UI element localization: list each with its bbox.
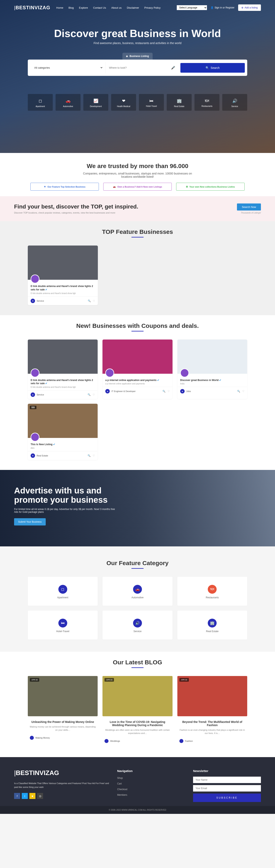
nav-explore[interactable]: Explore — [79, 6, 88, 9]
listing-desc: D link double antenna and Havel's brand … — [31, 386, 95, 388]
facebook-icon[interactable]: f — [14, 793, 20, 799]
fc-card-apartment[interactable]: ◻Apartment — [28, 577, 98, 606]
listing-image — [102, 340, 172, 374]
site-logo[interactable]: |BESTINVIZAG — [14, 5, 50, 10]
newsletter-email-input[interactable] — [193, 785, 261, 792]
favorite-icon[interactable]: ♡ — [93, 393, 95, 396]
fc-card-service[interactable]: 🔊Service — [102, 611, 172, 640]
hero-cat-health medical[interactable]: ❤Health Medical — [111, 94, 136, 111]
newsletter-name-input[interactable] — [193, 777, 261, 783]
trust-boxes: ★Our Feature Top Selection Business 🚗Own… — [4, 183, 271, 191]
price-tag: $$$ — [30, 406, 36, 409]
user-icon: 👤 — [211, 6, 214, 9]
listing-footer: ●IT Engineer & Developer🔍♡ — [102, 387, 172, 396]
listing-avatar — [105, 369, 114, 377]
listing-footer: ●Jobs🔍♡ — [177, 387, 247, 396]
footer-link[interactable]: Shop — [117, 777, 185, 779]
location-input[interactable] — [105, 62, 166, 73]
blog-cat-icon — [104, 739, 109, 743]
search-wrap: ◈ Business Listing All categories 🎤 🔍 Se… — [28, 53, 247, 76]
cat-badge-icon: ● — [31, 393, 35, 397]
preview-icon[interactable]: 🔍 — [162, 390, 165, 393]
blog-date: APR 03 — [179, 678, 189, 682]
listing-card[interactable]: D link double antenna and Havel's brand … — [28, 246, 98, 305]
listing-card[interactable]: Discover great Business in World ✔India●… — [177, 340, 247, 399]
add-listing-button[interactable]: ⊕ Add a listing — [238, 4, 261, 11]
fc-card-hotel-travel[interactable]: 🛏Hotel-Travel — [28, 611, 98, 640]
category-select[interactable]: All categories — [30, 62, 103, 73]
listing-image — [177, 340, 247, 374]
blog-card[interactable]: APR 03Love in the Time of COVID-19: Navi… — [102, 676, 172, 745]
hero-cat-development[interactable]: 📈Development — [83, 94, 108, 111]
preview-icon[interactable]: 🔍 — [88, 393, 91, 396]
listing-footer: ●Service🔍♡ — [28, 297, 98, 305]
hero-cat-hotel-travel[interactable]: 🛏Hotel-Travel — [139, 94, 164, 111]
instagram-icon[interactable]: ◎ — [37, 793, 43, 799]
preview-icon[interactable]: 🔍 — [88, 300, 91, 302]
subscribe-button[interactable]: SUBSCRIBE — [193, 794, 261, 802]
search-now-button[interactable]: Search Now — [237, 204, 261, 211]
hero-cat-restaurants[interactable]: 🍽Restaurants — [194, 94, 219, 111]
footer-about-col: |BESTINVIZAG Is a Classified Website Tha… — [14, 769, 109, 802]
hero-cat-service[interactable]: 🔊Service — [222, 94, 247, 111]
preview-icon[interactable]: 🔍 — [237, 390, 240, 393]
footer-link[interactable]: Checkout — [117, 788, 185, 791]
footer-newsletter-col: Newsletter SUBSCRIBE — [193, 769, 261, 802]
footer-nav-heading: Navigation — [117, 769, 185, 773]
fc-card-automotive[interactable]: 🚗Automotive — [102, 577, 172, 606]
listing-card[interactable]: a p internet online application and paym… — [102, 340, 172, 399]
submit-business-button[interactable]: Submit Your Business — [14, 518, 46, 525]
footer-link[interactable]: Cart — [117, 782, 185, 785]
trust-box-collections[interactable]: ⊞Your own New collections Business Listi… — [176, 183, 245, 191]
listing-avatar — [31, 275, 39, 283]
cat-badge-icon: ● — [31, 299, 35, 303]
top-biz-grid: D link double antenna and Havel's brand … — [28, 246, 247, 305]
trust-box-own[interactable]: 🚗Own a Business? Add It Now own Listings — [103, 183, 172, 191]
nav-about[interactable]: About us — [111, 6, 122, 9]
twitter-icon[interactable]: t — [22, 793, 28, 799]
fc-card-restaurants[interactable]: 🍽Restaurants — [177, 577, 247, 606]
cat-icon: 🍽 — [196, 98, 218, 103]
language-select[interactable]: Select Language — [177, 5, 207, 10]
blog-card[interactable]: APR 03Unleashing the Power of Making Mon… — [28, 676, 98, 745]
blog-card[interactable]: APR 03Beyond the Trend: The Multifaceted… — [177, 676, 247, 745]
cat-badge-icon: ● — [31, 454, 35, 458]
listing-footer: ●Real Estate🔍♡ — [28, 451, 98, 460]
listing-card[interactable]: $$$This Is New Listing ✔Alim●Real Estate… — [28, 404, 98, 460]
fc-card-real estate[interactable]: 🏢Real Estate — [177, 611, 247, 640]
nav-disclaimer[interactable]: Disclaimer — [127, 6, 139, 9]
hero-cat-real estate[interactable]: 🏢Real Estate — [167, 94, 192, 111]
footer-link[interactable]: Members — [117, 794, 185, 796]
blog-category: Weddings — [110, 740, 120, 742]
favorite-icon[interactable]: ♡ — [242, 390, 244, 393]
preview-icon[interactable]: 🔍 — [88, 454, 91, 457]
find-section: Find your best, discover the TOP, get in… — [0, 196, 275, 221]
social-yellow-icon[interactable]: ■ — [29, 793, 35, 799]
mic-icon[interactable]: 🎤 — [168, 66, 178, 70]
blog-section: Our Latest BLOG APR 03Unleashing the Pow… — [0, 652, 275, 757]
copyright: © 2008–2022 WWW.URBNCAL.COM ALL RIGHTS R… — [0, 806, 275, 814]
nav-contact[interactable]: Contact Us — [93, 6, 106, 9]
listing-category: Service — [37, 394, 44, 396]
listing-title: Discover great Business in World ✔ — [180, 378, 244, 382]
plus-icon: ⊕ — [241, 6, 243, 9]
favorite-icon[interactable]: ♡ — [167, 390, 170, 393]
favorite-icon[interactable]: ♡ — [93, 454, 95, 457]
blog-cat-icon — [179, 739, 183, 743]
favorite-icon[interactable]: ♡ — [93, 300, 95, 302]
signin-link[interactable]: 👤 Sign in or Register — [211, 6, 235, 9]
search-button[interactable]: 🔍 Search — [180, 63, 245, 73]
trust-box-feature[interactable]: ★Our Feature Top Selection Business — [30, 183, 99, 191]
listing-card[interactable]: D link double antenna and Havel's brand … — [28, 340, 98, 399]
search-tab[interactable]: ◈ Business Listing — [122, 53, 152, 60]
nav-blog[interactable]: Blog — [68, 6, 74, 9]
nav-home[interactable]: Home — [56, 6, 63, 9]
nav-privacy[interactable]: Privacy Policy — [144, 6, 161, 9]
cat-label: Hotel-Travel — [140, 105, 163, 107]
fc-icon: 🍽 — [208, 585, 217, 594]
hero-cat-apartment[interactable]: ◻Apartment — [28, 94, 53, 111]
cat-label: Apartment — [29, 105, 52, 107]
hero-cat-automotive[interactable]: 🚗Automotive — [56, 94, 81, 111]
blog-grid: APR 03Unleashing the Power of Making Mon… — [28, 676, 247, 745]
top-biz-heading: TOP Feature Businesses — [0, 221, 275, 240]
